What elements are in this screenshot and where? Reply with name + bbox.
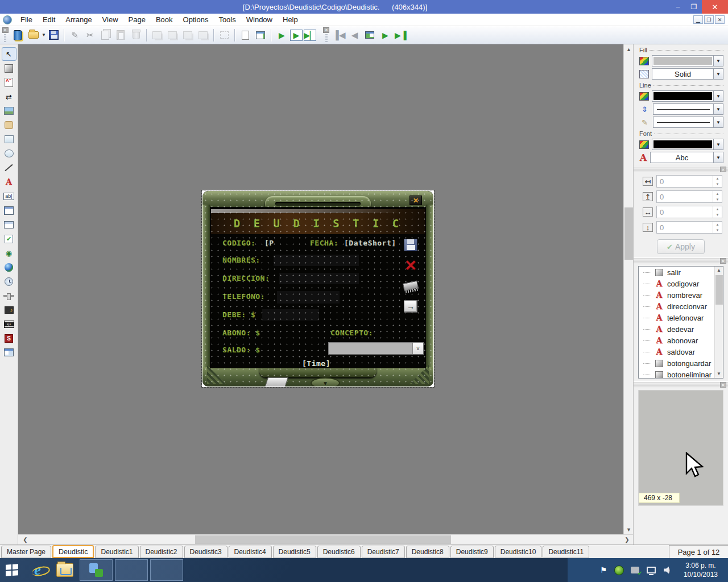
- codigo-value[interactable]: [P: [264, 239, 274, 247]
- scroll-down-icon[interactable]: ▼: [715, 370, 723, 378]
- font-face-icon[interactable]: A: [639, 153, 647, 163]
- new-book-icon[interactable]: [11, 28, 25, 42]
- panel-close-icon[interactable]: ✕: [720, 167, 726, 172]
- menu-options[interactable]: Options: [178, 14, 214, 25]
- telefono-field[interactable]: [277, 291, 340, 304]
- action-center-flag-icon[interactable]: ⚑: [598, 565, 609, 575]
- line-style-pen-icon[interactable]: ✎: [639, 118, 650, 127]
- tool-animation[interactable]: *|*: [2, 317, 16, 331]
- page-tab-deudistic6[interactable]: Deudistic6: [317, 546, 361, 558]
- font-color-dropdown[interactable]: ▼: [652, 139, 723, 150]
- toolbar-handle[interactable]: ✕: [1, 27, 9, 43]
- run-book-icon[interactable]: ▶: [275, 28, 289, 42]
- dropdown-arrow-icon[interactable]: ▼: [713, 139, 723, 149]
- child-restore-button[interactable]: ❐: [704, 15, 714, 24]
- apply-button[interactable]: ✔ Apply: [657, 239, 705, 254]
- dropdown-arrow-icon[interactable]: ▼: [713, 56, 723, 66]
- toolbar-handle[interactable]: ✕: [322, 27, 330, 43]
- page-tab-deudistic4[interactable]: Deudistic4: [229, 546, 272, 558]
- x-position-spinner-input[interactable]: 0▲▼: [656, 175, 722, 188]
- fill-style-dropdown[interactable]: Solid ▼: [652, 68, 723, 80]
- dropdown-arrow-icon[interactable]: ▼: [713, 104, 723, 114]
- horizontal-scroll-thumb[interactable]: [195, 535, 451, 544]
- menu-help[interactable]: Help: [278, 14, 303, 25]
- object-item-direccionvar[interactable]: Adireccionvar: [639, 301, 714, 312]
- tool-line[interactable]: [2, 161, 16, 174]
- line-color-palette-icon[interactable]: [639, 92, 649, 101]
- save-book-icon[interactable]: [47, 28, 61, 42]
- object-item-dedevar[interactable]: Adedevar: [639, 323, 714, 335]
- page-tab-deudistic2[interactable]: Deudistic2: [140, 546, 183, 558]
- first-page-icon[interactable]: ▐◀: [332, 28, 346, 42]
- page-tab-deudistic1[interactable]: Deudistic1: [95, 546, 138, 558]
- dropdown-arrow-icon[interactable]: ▼: [713, 91, 723, 101]
- next-page-icon[interactable]: ▶: [378, 28, 392, 42]
- y-position-spinner-input[interactable]: 0▲▼: [656, 190, 722, 203]
- tool-radio-button[interactable]: ◉: [2, 246, 16, 260]
- form-close-button[interactable]: ✕: [410, 196, 422, 205]
- running-app-button-2[interactable]: [115, 559, 148, 581]
- tool-web-browser[interactable]: [2, 260, 16, 274]
- child-close-button[interactable]: ✕: [715, 15, 725, 24]
- form-next-button[interactable]: →: [402, 299, 419, 314]
- page-tab-deudistic[interactable]: Deudistic: [52, 545, 94, 558]
- menu-page[interactable]: Page: [123, 14, 151, 25]
- fill-color-dropdown[interactable]: ▼: [652, 55, 723, 66]
- page-tab-deudistic11[interactable]: Deudistic11: [543, 546, 589, 558]
- vertical-scroll-thumb[interactable]: [624, 207, 633, 260]
- form-delete-button[interactable]: ✕: [402, 258, 419, 273]
- spin-down-icon[interactable]: ▼: [713, 197, 722, 202]
- line-width-dropdown[interactable]: ▼: [653, 103, 723, 115]
- object-item-abonovar[interactable]: Aabonovar: [639, 335, 714, 346]
- spin-up-icon[interactable]: ▲: [713, 222, 722, 227]
- minimize-button[interactable]: –: [670, 0, 686, 14]
- canvas-horizontal-scrollbar[interactable]: ❮ ❯: [18, 534, 633, 544]
- tool-text-entry[interactable]: ab|: [2, 189, 16, 203]
- fill-color-palette-icon[interactable]: [639, 57, 649, 65]
- scroll-down-icon[interactable]: ▼: [624, 525, 634, 534]
- volume-icon[interactable]: ⟩: [662, 565, 672, 575]
- page-tab-deudistic5[interactable]: Deudistic5: [273, 546, 316, 558]
- spin-up-icon[interactable]: ▲: [713, 206, 722, 212]
- menu-book[interactable]: Book: [151, 14, 178, 25]
- toolbar-close-icon[interactable]: ✕: [2, 27, 9, 33]
- panel-splitter[interactable]: ✕: [634, 257, 728, 264]
- line-style-dropdown[interactable]: ▼: [653, 117, 723, 128]
- running-app-button-1[interactable]: [80, 559, 113, 581]
- menu-file[interactable]: File: [15, 14, 38, 25]
- restore-button[interactable]: ❐: [686, 0, 702, 14]
- tool-slider[interactable]: [2, 289, 16, 302]
- page-tab-master-page[interactable]: Master Page: [1, 546, 51, 558]
- usb-device-icon[interactable]: [630, 565, 640, 575]
- panel-splitter[interactable]: ✕: [634, 166, 728, 172]
- panel-close-icon[interactable]: ✕: [720, 258, 726, 264]
- menu-arrange[interactable]: Arrange: [60, 14, 97, 25]
- open-dropdown-icon[interactable]: ▼: [42, 32, 46, 38]
- dropdown-arrow-icon[interactable]: ▼: [713, 117, 723, 127]
- fill-style-icon[interactable]: [639, 70, 649, 78]
- object-item-telefonovar[interactable]: Atelefonovar: [639, 312, 714, 323]
- width-spinner-input[interactable]: 0▲▼: [656, 206, 722, 218]
- fecha-value[interactable]: [DateShort]: [344, 239, 396, 247]
- scroll-left-icon[interactable]: ❮: [20, 535, 30, 544]
- toolbar-close-icon[interactable]: ✕: [323, 27, 329, 33]
- antivirus-icon[interactable]: [614, 565, 624, 575]
- previous-page-icon[interactable]: ◀: [348, 28, 362, 42]
- page-properties-icon[interactable]: [254, 28, 268, 42]
- run-current-page-icon[interactable]: ▶: [290, 30, 303, 41]
- tool-import-text[interactable]: ⇄: [2, 90, 16, 103]
- dropdown-arrow-icon[interactable]: ▼: [713, 69, 723, 79]
- running-app-button-3[interactable]: [150, 559, 183, 581]
- tool-plugin[interactable]: [2, 118, 16, 132]
- dropdown-arrow-icon[interactable]: ▼: [713, 152, 723, 163]
- file-explorer-button[interactable]: [55, 558, 75, 582]
- spin-up-icon[interactable]: ▲: [713, 191, 722, 197]
- object-item-nombrevar[interactable]: Anombrevar: [639, 289, 714, 301]
- page-tab-deudistic3[interactable]: Deudistic3: [184, 546, 228, 558]
- panel-close-icon[interactable]: ✕: [720, 382, 726, 388]
- font-face-dropdown[interactable]: Abc ▼: [650, 152, 723, 163]
- nombres-field[interactable]: [274, 255, 359, 266]
- menu-tools[interactable]: Tools: [213, 14, 241, 25]
- page-tab-deudistic8[interactable]: Deudistic8: [406, 546, 449, 558]
- scroll-thumb[interactable]: [715, 275, 723, 305]
